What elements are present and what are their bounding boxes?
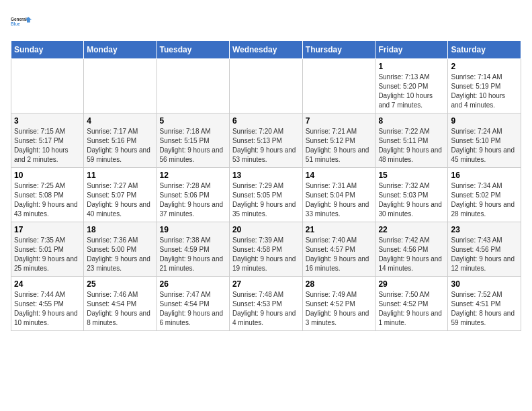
day-detail: Sunrise: 7:17 AMSunset: 5:16 PMDaylight:…: [87, 127, 153, 165]
day-number: 12: [160, 171, 226, 180]
calendar-cell: 22Sunrise: 7:42 AMSunset: 4:56 PMDayligh…: [375, 222, 448, 277]
day-detail: Sunrise: 7:43 AMSunset: 4:56 PMDaylight:…: [451, 236, 518, 273]
calendar-week-row: 24Sunrise: 7:44 AMSunset: 4:55 PMDayligh…: [11, 277, 521, 331]
day-number: 21: [306, 225, 373, 234]
day-number: 9: [451, 116, 518, 126]
calendar-cell: 2Sunrise: 7:14 AMSunset: 5:19 PMDaylight…: [448, 59, 521, 113]
day-number: 16: [451, 171, 518, 180]
day-number: 7: [306, 116, 373, 126]
calendar-table: SundayMondayTuesdayWednesdayThursdayFrid…: [11, 40, 521, 331]
day-number: 18: [87, 225, 153, 234]
calendar-cell: 17Sunrise: 7:35 AMSunset: 5:01 PMDayligh…: [11, 222, 84, 277]
day-number: 20: [232, 225, 300, 234]
weekday-header: Friday: [375, 41, 448, 59]
day-detail: Sunrise: 7:39 AMSunset: 4:58 PMDaylight:…: [232, 236, 300, 273]
calendar-cell: 26Sunrise: 7:47 AMSunset: 4:54 PMDayligh…: [157, 277, 229, 331]
calendar-cell: 12Sunrise: 7:28 AMSunset: 5:06 PMDayligh…: [157, 168, 229, 222]
day-detail: Sunrise: 7:50 AMSunset: 4:52 PMDaylight:…: [378, 290, 445, 328]
calendar-cell: 18Sunrise: 7:36 AMSunset: 5:00 PMDayligh…: [84, 222, 157, 277]
day-detail: Sunrise: 7:25 AMSunset: 5:08 PMDaylight:…: [14, 181, 81, 219]
day-detail: Sunrise: 7:38 AMSunset: 4:59 PMDaylight:…: [160, 236, 226, 273]
calendar-cell: 10Sunrise: 7:25 AMSunset: 5:08 PMDayligh…: [11, 168, 84, 222]
day-detail: Sunrise: 7:46 AMSunset: 4:54 PMDaylight:…: [87, 290, 153, 328]
day-detail: Sunrise: 7:29 AMSunset: 5:05 PMDaylight:…: [232, 181, 300, 219]
day-detail: Sunrise: 7:52 AMSunset: 4:51 PMDaylight:…: [451, 290, 518, 328]
calendar-week-row: 17Sunrise: 7:35 AMSunset: 5:01 PMDayligh…: [11, 222, 521, 277]
calendar-week-row: 3Sunrise: 7:15 AMSunset: 5:17 PMDaylight…: [11, 113, 521, 168]
day-number: 15: [378, 171, 445, 180]
page-header: GeneralBlue: [11, 11, 521, 32]
day-number: 22: [378, 225, 445, 234]
day-number: 6: [232, 116, 300, 126]
calendar-cell: 1Sunrise: 7:13 AMSunset: 5:20 PMDaylight…: [375, 59, 448, 113]
calendar-cell: 13Sunrise: 7:29 AMSunset: 5:05 PMDayligh…: [229, 168, 302, 222]
calendar-cell: 9Sunrise: 7:24 AMSunset: 5:10 PMDaylight…: [448, 113, 521, 168]
calendar-cell: 15Sunrise: 7:32 AMSunset: 5:03 PMDayligh…: [375, 168, 448, 222]
day-detail: Sunrise: 7:24 AMSunset: 5:10 PMDaylight:…: [451, 127, 518, 165]
calendar-cell: 20Sunrise: 7:39 AMSunset: 4:58 PMDayligh…: [229, 222, 302, 277]
calendar-cell: [11, 59, 84, 113]
calendar-cell: 6Sunrise: 7:20 AMSunset: 5:13 PMDaylight…: [229, 113, 302, 168]
day-detail: Sunrise: 7:44 AMSunset: 4:55 PMDaylight:…: [14, 290, 81, 328]
day-number: 28: [306, 279, 373, 289]
logo: GeneralBlue: [11, 11, 32, 32]
day-number: 10: [14, 171, 81, 180]
calendar-cell: [84, 59, 157, 113]
day-detail: Sunrise: 7:22 AMSunset: 5:11 PMDaylight:…: [378, 127, 445, 165]
calendar-cell: 24Sunrise: 7:44 AMSunset: 4:55 PMDayligh…: [11, 277, 84, 331]
day-detail: Sunrise: 7:13 AMSunset: 5:20 PMDaylight:…: [378, 73, 445, 110]
day-number: 5: [160, 116, 226, 126]
day-detail: Sunrise: 7:21 AMSunset: 5:12 PMDaylight:…: [306, 127, 373, 165]
day-detail: Sunrise: 7:49 AMSunset: 4:52 PMDaylight:…: [306, 290, 373, 328]
calendar-cell: 25Sunrise: 7:46 AMSunset: 4:54 PMDayligh…: [84, 277, 157, 331]
day-detail: Sunrise: 7:31 AMSunset: 5:04 PMDaylight:…: [306, 181, 373, 219]
day-number: 1: [378, 62, 445, 71]
calendar-cell: 16Sunrise: 7:34 AMSunset: 5:02 PMDayligh…: [448, 168, 521, 222]
calendar-cell: 7Sunrise: 7:21 AMSunset: 5:12 PMDaylight…: [302, 113, 375, 168]
day-detail: Sunrise: 7:20 AMSunset: 5:13 PMDaylight:…: [232, 127, 300, 165]
calendar-cell: 5Sunrise: 7:18 AMSunset: 5:15 PMDaylight…: [157, 113, 229, 168]
day-detail: Sunrise: 7:14 AMSunset: 5:19 PMDaylight:…: [451, 73, 518, 110]
day-number: 14: [306, 171, 373, 180]
day-number: 23: [451, 225, 518, 234]
day-number: 17: [14, 225, 81, 234]
svg-text:Blue: Blue: [11, 21, 20, 26]
day-number: 26: [160, 279, 226, 289]
calendar-cell: 28Sunrise: 7:49 AMSunset: 4:52 PMDayligh…: [302, 277, 375, 331]
day-number: 27: [232, 279, 300, 289]
day-number: 24: [14, 279, 81, 289]
calendar-week-row: 1Sunrise: 7:13 AMSunset: 5:20 PMDaylight…: [11, 59, 521, 113]
day-detail: Sunrise: 7:48 AMSunset: 4:53 PMDaylight:…: [232, 290, 300, 328]
calendar-cell: 11Sunrise: 7:27 AMSunset: 5:07 PMDayligh…: [84, 168, 157, 222]
weekday-header: Saturday: [448, 41, 521, 59]
day-detail: Sunrise: 7:32 AMSunset: 5:03 PMDaylight:…: [378, 181, 445, 219]
weekday-header: Monday: [84, 41, 157, 59]
day-detail: Sunrise: 7:36 AMSunset: 5:00 PMDaylight:…: [87, 236, 153, 273]
calendar-week-row: 10Sunrise: 7:25 AMSunset: 5:08 PMDayligh…: [11, 168, 521, 222]
calendar-header-row: SundayMondayTuesdayWednesdayThursdayFrid…: [11, 41, 521, 59]
calendar-cell: 14Sunrise: 7:31 AMSunset: 5:04 PMDayligh…: [302, 168, 375, 222]
logo-icon: GeneralBlue: [11, 11, 32, 32]
weekday-header: Thursday: [302, 41, 375, 59]
day-number: 29: [378, 279, 445, 289]
calendar-cell: 27Sunrise: 7:48 AMSunset: 4:53 PMDayligh…: [229, 277, 302, 331]
day-number: 25: [87, 279, 153, 289]
day-detail: Sunrise: 7:27 AMSunset: 5:07 PMDaylight:…: [87, 181, 153, 219]
svg-text:General: General: [11, 17, 27, 21]
day-detail: Sunrise: 7:15 AMSunset: 5:17 PMDaylight:…: [14, 127, 81, 165]
day-number: 13: [232, 171, 300, 180]
calendar-cell: 29Sunrise: 7:50 AMSunset: 4:52 PMDayligh…: [375, 277, 448, 331]
day-detail: Sunrise: 7:47 AMSunset: 4:54 PMDaylight:…: [160, 290, 226, 328]
calendar-cell: 19Sunrise: 7:38 AMSunset: 4:59 PMDayligh…: [157, 222, 229, 277]
calendar-cell: 4Sunrise: 7:17 AMSunset: 5:16 PMDaylight…: [84, 113, 157, 168]
calendar-cell: [302, 59, 375, 113]
day-number: 30: [451, 279, 518, 289]
calendar-cell: [157, 59, 229, 113]
calendar-cell: 3Sunrise: 7:15 AMSunset: 5:17 PMDaylight…: [11, 113, 84, 168]
calendar-cell: 30Sunrise: 7:52 AMSunset: 4:51 PMDayligh…: [448, 277, 521, 331]
day-number: 4: [87, 116, 153, 126]
day-detail: Sunrise: 7:42 AMSunset: 4:56 PMDaylight:…: [378, 236, 445, 273]
day-detail: Sunrise: 7:40 AMSunset: 4:57 PMDaylight:…: [306, 236, 373, 273]
day-number: 2: [451, 62, 518, 71]
day-detail: Sunrise: 7:28 AMSunset: 5:06 PMDaylight:…: [160, 181, 226, 219]
